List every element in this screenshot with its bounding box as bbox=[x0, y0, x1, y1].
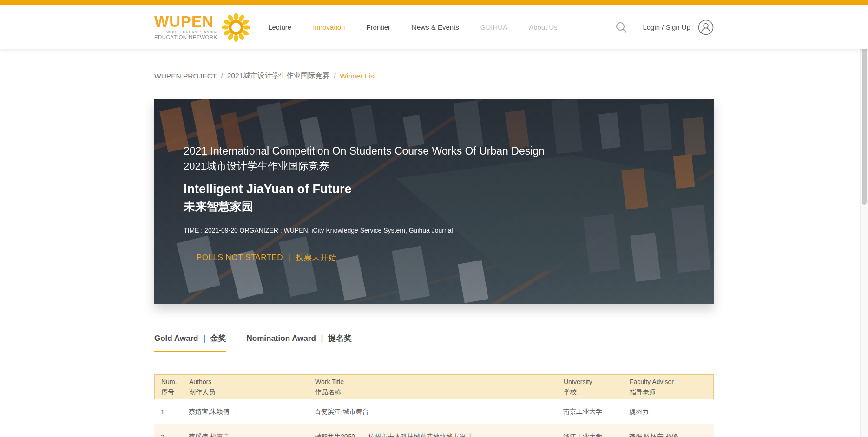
login-signup-link[interactable]: Login / Sign Up bbox=[643, 23, 690, 31]
nav-item-news-events[interactable]: News & Events bbox=[412, 23, 459, 31]
col-university: University学校 bbox=[564, 377, 630, 397]
cell-num: 1 bbox=[161, 408, 189, 416]
cell-faculty-advisor: 龚强,陈怀宁,赵锋 bbox=[629, 433, 714, 437]
cell-faculty-advisor: 魏羽力 bbox=[629, 408, 714, 416]
breadcrumb-winner-list[interactable]: Winner List bbox=[340, 72, 376, 80]
scrollbar-track[interactable] bbox=[860, 5, 868, 437]
col-faculty-advisor: Faculty Advisor指导老师 bbox=[630, 377, 713, 397]
award-tabs: Gold Award ｜ 金奖 Nomination Award ｜ 提名奖 bbox=[154, 333, 714, 352]
wupen-logo[interactable]: WUPEN WORLD URBAN PLANNING EDUCATION NET… bbox=[154, 11, 250, 44]
nav-item-about-us[interactable]: About Us bbox=[529, 23, 558, 31]
breadcrumb-competition[interactable]: 2021城市设计学生作业国际竞赛 bbox=[227, 71, 329, 81]
header-divider bbox=[635, 20, 635, 35]
hero-title-zh: 2021城市设计学生作业国际竞赛 bbox=[184, 159, 545, 174]
table-body: 1 蔡婧宜,朱颖倩 百变滨江·城市舞台 南京工业大学 魏羽力 2 蔡瑶倩,胡嘉青… bbox=[154, 399, 714, 437]
nav-item-frontier[interactable]: Frontier bbox=[366, 23, 390, 31]
breadcrumb-separator: / bbox=[221, 72, 223, 80]
cell-num: 2 bbox=[161, 433, 189, 437]
winner-table: Num.序号 Authors创作人员 Work Title作品名称 Univer… bbox=[154, 374, 714, 437]
site-header: WUPEN WORLD URBAN PLANNING EDUCATION NET… bbox=[0, 5, 868, 49]
tab-nomination-award[interactable]: Nomination Award ｜ 提名奖 bbox=[247, 333, 352, 352]
logo-subtitle-1: WORLD URBAN PLANNING bbox=[166, 30, 220, 34]
table-header-row: Num.序号 Authors创作人员 Work Title作品名称 Univer… bbox=[154, 374, 714, 399]
breadcrumb: WUPEN PROJECT / 2021城市设计学生作业国际竞赛 / Winne… bbox=[154, 71, 714, 81]
avatar-icon[interactable] bbox=[698, 20, 714, 35]
cell-university: 南京工业大学 bbox=[563, 408, 629, 416]
col-work-title: Work Title作品名称 bbox=[315, 377, 564, 397]
polls-status-button[interactable]: POLLS NOT STARTED ｜ 投票未开始 bbox=[184, 248, 349, 267]
breadcrumb-wupen-project[interactable]: WUPEN PROJECT bbox=[154, 72, 217, 80]
nav-item-guihua[interactable]: GUIHUA bbox=[480, 23, 507, 31]
cell-work-title: 百变滨江·城市舞台 bbox=[315, 408, 563, 416]
cell-authors: 蔡瑶倩,胡嘉青 bbox=[189, 433, 315, 437]
logo-subtitle-2: EDUCATION NETWORK bbox=[154, 34, 217, 40]
hero-subtitle-zh: 未来智慧家园 bbox=[184, 198, 545, 215]
cell-authors: 蔡婧宜,朱颖倩 bbox=[189, 408, 315, 416]
table-row: 1 蔡婧宜,朱颖倩 百变滨江·城市舞台 南京工业大学 魏羽力 bbox=[154, 399, 714, 424]
table-row: 2 蔡瑶倩,胡嘉青 融智共生2050——杭州市未来科技城葛巷地块城市设计 浙江工… bbox=[154, 424, 714, 437]
cell-university: 浙江工业大学 bbox=[563, 433, 629, 437]
nav-item-lecture[interactable]: Lecture bbox=[268, 23, 291, 31]
col-authors: Authors创作人员 bbox=[189, 377, 315, 397]
cell-work-title: 融智共生2050——杭州市未来科技城葛巷地块城市设计 bbox=[315, 433, 563, 437]
main-nav: Lecture Innovation Frontier News & Event… bbox=[268, 23, 558, 31]
hero-content: 2021 International Competition On Studen… bbox=[184, 143, 545, 267]
top-accent-bar bbox=[0, 0, 868, 5]
logo-brand-text: WUPEN bbox=[154, 15, 214, 29]
tab-gold-award[interactable]: Gold Award ｜ 金奖 bbox=[154, 333, 226, 352]
col-num: Num.序号 bbox=[161, 377, 189, 397]
hero-banner: 2021 International Competition On Studen… bbox=[154, 99, 714, 304]
hero-meta-info: TIME : 2021-09-20 ORGANIZER : WUPEN, iCi… bbox=[184, 227, 545, 234]
breadcrumb-separator: / bbox=[334, 72, 335, 80]
hero-title-en: 2021 International Competition On Studen… bbox=[184, 143, 545, 159]
sunflower-icon bbox=[222, 11, 250, 44]
hero-subtitle-en: Intelligent JiaYuan of Future bbox=[184, 180, 545, 198]
search-icon[interactable] bbox=[615, 21, 627, 33]
nav-item-innovation[interactable]: Innovation bbox=[313, 23, 345, 31]
